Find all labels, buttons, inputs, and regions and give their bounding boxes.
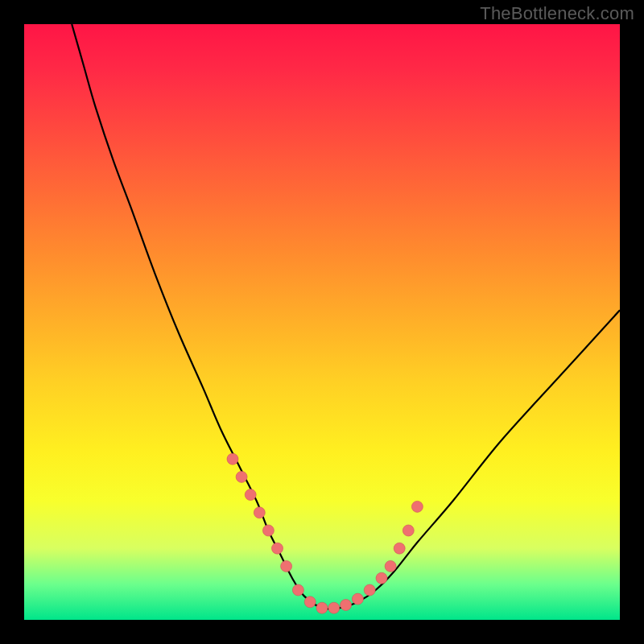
- highlight-dot: [376, 572, 387, 584]
- highlight-dot: [402, 525, 414, 536]
- highlight-dot: [341, 600, 352, 611]
- watermark-text: TheBottleneck.com: [480, 3, 634, 24]
- highlight-dot: [352, 593, 363, 605]
- highlight-dot: [385, 560, 396, 572]
- highlight-dot: [328, 602, 340, 613]
- chart-frame: TheBottleneck.com: [0, 0, 644, 644]
- highlight-dots-group: [227, 453, 423, 613]
- highlight-dot: [254, 507, 265, 518]
- highlight-dot: [272, 543, 283, 554]
- bottleneck-curve: [72, 24, 620, 609]
- highlight-dot: [281, 560, 292, 572]
- highlight-dot: [245, 489, 256, 501]
- highlight-dot: [292, 584, 303, 596]
- highlight-dot: [236, 471, 247, 482]
- highlight-dot: [262, 525, 274, 536]
- plot-area: [24, 24, 620, 620]
- highlight-dot: [227, 453, 238, 464]
- highlight-dot: [316, 602, 328, 613]
- highlight-dot: [364, 584, 375, 596]
- highlight-dot: [304, 597, 316, 608]
- highlight-dot: [394, 543, 405, 554]
- chart-svg: [24, 24, 620, 620]
- highlight-dot: [411, 501, 423, 512]
